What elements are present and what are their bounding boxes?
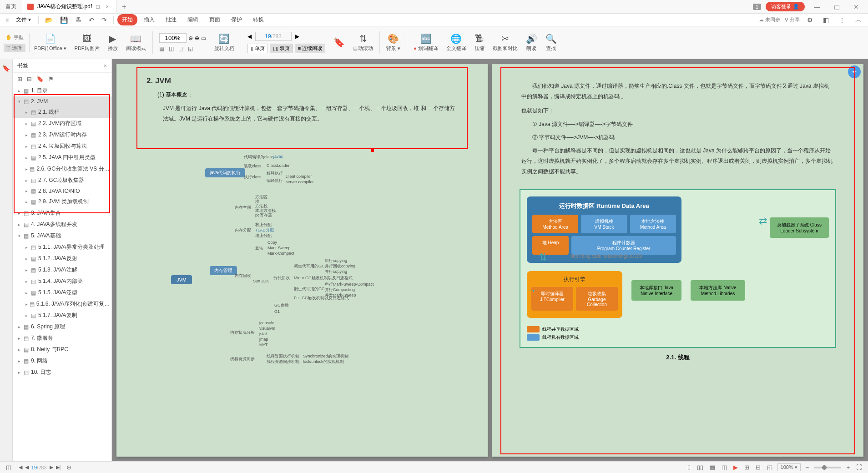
sb-view1-icon[interactable]: ▯ (686, 464, 692, 471)
sb-zoom-in-icon[interactable]: + (845, 464, 851, 471)
undo-icon[interactable]: ↶ (86, 16, 97, 24)
save-icon[interactable]: 💾 (57, 16, 71, 24)
rotate-button[interactable]: 🔄旋转文档 (211, 31, 238, 54)
sb-grid1-icon[interactable]: ⊞ (743, 464, 751, 471)
bookmark-panel-icon[interactable]: 🔖 (2, 62, 10, 75)
bookmark-item[interactable]: ▸▤5.1.4. JAVA内部类 (13, 276, 111, 287)
collapse-icon[interactable]: ︿ (853, 16, 864, 24)
bookmark-item[interactable]: ▸▤6. Spring 原理 (13, 321, 111, 332)
bookmark-item[interactable]: ▸▤2.8. JAVA IO/NIO (13, 186, 111, 196)
speak-button[interactable]: 🔊朗读 (522, 31, 541, 54)
bookmark-item[interactable]: ▸▤9. 网络 (13, 355, 111, 367)
menu-file[interactable]: 文件 ▾ (12, 16, 35, 24)
bm-expand-icon[interactable]: ⊞ (17, 75, 22, 82)
fit-icon[interactable]: ⬚ (178, 45, 183, 52)
zoom-input[interactable] (159, 33, 187, 43)
login-button[interactable]: 访客登录👤 (766, 2, 805, 11)
menu-tab-insert[interactable]: 插入 (139, 14, 159, 25)
bookmark-item[interactable]: ▾▤2. JVM (13, 96, 111, 106)
more-icon[interactable]: ⋮ (836, 16, 848, 24)
menu-burger-icon[interactable]: ≡ (4, 17, 10, 23)
double-page-button[interactable]: ▯▯ 双页 (270, 44, 293, 53)
menu-tab-start[interactable]: 开始 (117, 14, 137, 25)
background-button[interactable]: 🎨背景 ▾ (383, 31, 404, 54)
bookmark-item[interactable]: ▸▤2.9. JVM 类加载机制 (13, 196, 111, 207)
bm-flag-icon[interactable]: ⚑ (48, 75, 54, 82)
sb-target-icon[interactable]: ⊕ (65, 464, 73, 471)
bookmark-item[interactable]: ▸▤5.1.7. JAVA复制 (13, 310, 111, 321)
fit-visible-icon[interactable]: ◱ (188, 45, 193, 52)
sb-grid2-icon[interactable]: ⊟ (754, 464, 762, 471)
single-page-button[interactable]: ▯ 单页 (247, 44, 268, 53)
sb-zoom-out-icon[interactable]: − (804, 464, 811, 471)
fit-page-icon[interactable]: ▦ (159, 45, 164, 52)
skin-icon[interactable]: ◧ (820, 16, 832, 24)
sb-last-icon[interactable]: ▶| (56, 464, 61, 470)
zoom-slider[interactable] (814, 467, 841, 468)
close-icon[interactable]: ✕ (849, 3, 863, 10)
prev-page-icon[interactable]: ◀ (247, 33, 252, 40)
hand-tool[interactable]: ✋ 手型 (4, 33, 25, 42)
read-mode-button[interactable]: 📖阅读模式 (122, 31, 150, 54)
sb-play-icon[interactable]: ▶ (732, 464, 739, 471)
tab-pin-icon[interactable]: ⊡ (96, 4, 100, 10)
redo-icon[interactable]: ↷ (99, 16, 110, 24)
fit-width-icon[interactable]: ▭ (201, 35, 206, 41)
tab-document[interactable]: JAVA核心知识整理.pdf ⊡ × (22, 0, 116, 13)
sb-next-icon[interactable]: ▶ (50, 464, 53, 470)
bookmark-item[interactable]: ▸▤1. 目录 (13, 85, 111, 96)
sb-fullscreen-icon[interactable]: ⛶ (855, 464, 863, 471)
menu-tab-annotate[interactable]: 批注 (161, 14, 181, 25)
zoom-in-icon[interactable]: ⊕ (195, 35, 199, 41)
play-button[interactable]: ▶播放 (104, 31, 121, 54)
tab-add-button[interactable]: + (116, 3, 131, 11)
bookmark-item[interactable]: ▸▤3. JAVA集合 (13, 207, 111, 219)
pdf-to-image-button[interactable]: 🖼PDF转图片 (71, 32, 103, 54)
bookmark-item[interactable]: ▸▤5.1.6. JAVA序列化(创建可复用的Java对象) (13, 298, 111, 310)
bookmark-item[interactable]: ▸▤5.1.3. JAVA注解 (13, 264, 111, 276)
sync-status[interactable]: ☁ 未同步 (759, 16, 780, 23)
share-button[interactable]: ⚲ 分享 (785, 16, 800, 23)
tab-close-icon[interactable]: × (104, 4, 111, 10)
bookmark-item[interactable]: ▸▤5.1.1. JAVA异常分类及处理 (13, 242, 111, 253)
find-button[interactable]: 🔍查找 (542, 31, 560, 54)
autoscroll-button[interactable]: ⇅自动滚动 (349, 31, 377, 54)
next-page-icon[interactable]: ▶ (295, 33, 299, 40)
minimize-icon[interactable]: — (809, 3, 825, 10)
bookmark-item[interactable]: ▸▤8. Netty 与RPC (13, 344, 111, 355)
bookmark-item[interactable]: ▸▤2.4. 垃圾回收与算法 (13, 141, 111, 152)
bm-collapse-icon[interactable]: ⊟ (27, 75, 32, 82)
sb-view3-icon[interactable]: ▦ (708, 464, 717, 471)
bookmark-item[interactable]: ▸▤10. 日志 (13, 367, 111, 378)
sb-prev-icon[interactable]: ◀ (25, 464, 29, 470)
zoom-out-icon[interactable]: ⊖ (188, 35, 193, 41)
page-viewport[interactable]: 2. JVM (1) 基本概念： JVM 是可运行 Java 代码的假想计算机，… (112, 59, 868, 461)
bookmark-item[interactable]: ▸▤2.3. JVM运行时内存 (13, 129, 111, 141)
bookmark-item[interactable]: ▸▤2.6. GC分代收集算法 VS 分区收集算法 (13, 163, 111, 175)
crop-compare-button[interactable]: ✂截图和对比 (489, 31, 521, 54)
notification-badge[interactable]: 1 (753, 4, 761, 10)
word-translate-button[interactable]: 🔤● 划词翻译 (410, 31, 442, 54)
sb-first-icon[interactable]: |◀ (17, 464, 22, 470)
menu-tab-convert[interactable]: 转换 (248, 14, 268, 25)
sb-zoom[interactable]: 100% ▾ (777, 463, 801, 471)
sb-page-display[interactable]: 19/283 (31, 465, 47, 470)
print-icon[interactable]: 🖶 (72, 16, 84, 24)
bookmark-item[interactable]: ▸▤2.5. JAVA 四中引用类型 (13, 152, 111, 163)
tab-home[interactable]: 首页 (0, 0, 22, 13)
bookmark-item[interactable]: ▸▤2.1. 线程 (13, 106, 111, 118)
bm-add-icon[interactable]: 🔖 (36, 75, 44, 82)
sb-fit-icon[interactable]: ◱ (766, 464, 774, 471)
bookmark-item[interactable]: ▾▤5. JAVA基础 (13, 230, 111, 242)
sb-view2-icon[interactable]: ▯▯ (696, 464, 705, 471)
settings-icon[interactable]: ⚙ (804, 16, 816, 24)
bookmark-item[interactable]: ▸▤5.1.5. JAVA泛型 (13, 287, 111, 298)
bookmark-item[interactable]: ▸▤7. 微服务 (13, 332, 111, 344)
page-input[interactable]: 19/283 (255, 32, 292, 41)
maximize-icon[interactable]: ▢ (829, 3, 844, 10)
actual-size-icon[interactable]: ◫ (169, 45, 174, 52)
pdf-to-office-button[interactable]: 📄PDF转Office ▾ (30, 31, 70, 54)
menu-tab-protect[interactable]: 保护 (227, 14, 247, 25)
bookmark-tool-button[interactable]: 🔖 (330, 35, 348, 50)
menu-tab-page[interactable]: 页面 (205, 14, 225, 25)
